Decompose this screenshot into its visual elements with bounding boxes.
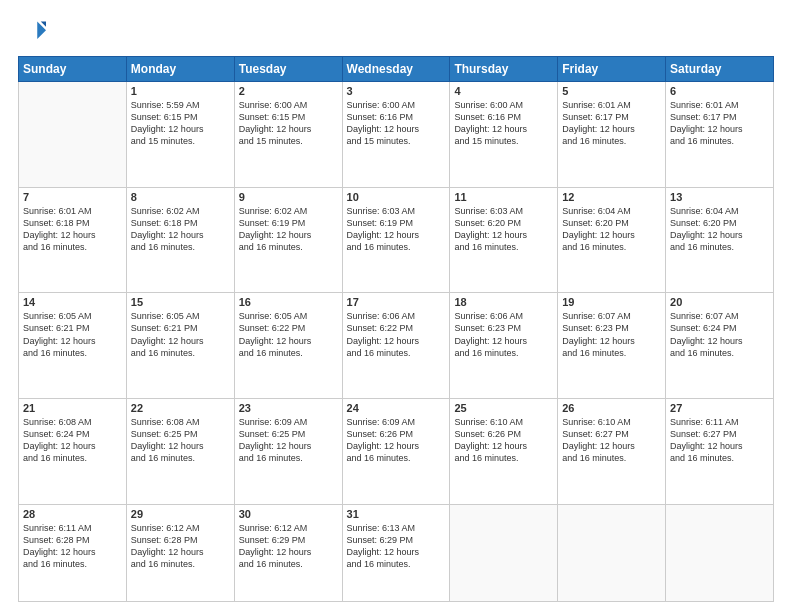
weekday-header-tuesday: Tuesday xyxy=(234,57,342,82)
calendar-cell: 8Sunrise: 6:02 AM Sunset: 6:18 PM Daylig… xyxy=(126,187,234,293)
header xyxy=(18,18,774,46)
calendar-cell: 27Sunrise: 6:11 AM Sunset: 6:27 PM Dayli… xyxy=(666,398,774,504)
day-info: Sunrise: 6:05 AM Sunset: 6:21 PM Dayligh… xyxy=(23,310,122,359)
calendar-cell: 26Sunrise: 6:10 AM Sunset: 6:27 PM Dayli… xyxy=(558,398,666,504)
calendar-cell: 7Sunrise: 6:01 AM Sunset: 6:18 PM Daylig… xyxy=(19,187,127,293)
calendar-cell: 1Sunrise: 5:59 AM Sunset: 6:15 PM Daylig… xyxy=(126,82,234,188)
weekday-header-saturday: Saturday xyxy=(666,57,774,82)
day-info: Sunrise: 6:01 AM Sunset: 6:18 PM Dayligh… xyxy=(23,205,122,254)
day-number: 12 xyxy=(562,191,661,203)
day-info: Sunrise: 6:03 AM Sunset: 6:19 PM Dayligh… xyxy=(347,205,446,254)
weekday-header-friday: Friday xyxy=(558,57,666,82)
calendar-cell: 5Sunrise: 6:01 AM Sunset: 6:17 PM Daylig… xyxy=(558,82,666,188)
day-number: 10 xyxy=(347,191,446,203)
day-number: 14 xyxy=(23,296,122,308)
day-number: 1 xyxy=(131,85,230,97)
day-info: Sunrise: 6:12 AM Sunset: 6:29 PM Dayligh… xyxy=(239,522,338,571)
day-number: 2 xyxy=(239,85,338,97)
day-info: Sunrise: 6:02 AM Sunset: 6:19 PM Dayligh… xyxy=(239,205,338,254)
calendar-table: SundayMondayTuesdayWednesdayThursdayFrid… xyxy=(18,56,774,602)
day-info: Sunrise: 6:11 AM Sunset: 6:27 PM Dayligh… xyxy=(670,416,769,465)
calendar-cell: 19Sunrise: 6:07 AM Sunset: 6:23 PM Dayli… xyxy=(558,293,666,399)
day-info: Sunrise: 6:08 AM Sunset: 6:24 PM Dayligh… xyxy=(23,416,122,465)
day-number: 16 xyxy=(239,296,338,308)
day-info: Sunrise: 6:00 AM Sunset: 6:16 PM Dayligh… xyxy=(454,99,553,148)
day-number: 17 xyxy=(347,296,446,308)
day-number: 6 xyxy=(670,85,769,97)
day-info: Sunrise: 6:00 AM Sunset: 6:16 PM Dayligh… xyxy=(347,99,446,148)
calendar-cell: 30Sunrise: 6:12 AM Sunset: 6:29 PM Dayli… xyxy=(234,504,342,602)
day-number: 4 xyxy=(454,85,553,97)
calendar-cell: 9Sunrise: 6:02 AM Sunset: 6:19 PM Daylig… xyxy=(234,187,342,293)
day-number: 25 xyxy=(454,402,553,414)
day-number: 3 xyxy=(347,85,446,97)
day-number: 11 xyxy=(454,191,553,203)
day-info: Sunrise: 6:06 AM Sunset: 6:23 PM Dayligh… xyxy=(454,310,553,359)
day-info: Sunrise: 6:13 AM Sunset: 6:29 PM Dayligh… xyxy=(347,522,446,571)
calendar-cell xyxy=(19,82,127,188)
calendar-cell: 17Sunrise: 6:06 AM Sunset: 6:22 PM Dayli… xyxy=(342,293,450,399)
day-number: 15 xyxy=(131,296,230,308)
day-number: 21 xyxy=(23,402,122,414)
calendar-cell: 13Sunrise: 6:04 AM Sunset: 6:20 PM Dayli… xyxy=(666,187,774,293)
day-number: 19 xyxy=(562,296,661,308)
weekday-header-thursday: Thursday xyxy=(450,57,558,82)
logo xyxy=(18,18,50,46)
calendar-week-3: 14Sunrise: 6:05 AM Sunset: 6:21 PM Dayli… xyxy=(19,293,774,399)
day-number: 9 xyxy=(239,191,338,203)
calendar-cell xyxy=(450,504,558,602)
day-info: Sunrise: 6:06 AM Sunset: 6:22 PM Dayligh… xyxy=(347,310,446,359)
day-number: 31 xyxy=(347,508,446,520)
day-number: 27 xyxy=(670,402,769,414)
calendar-cell: 3Sunrise: 6:00 AM Sunset: 6:16 PM Daylig… xyxy=(342,82,450,188)
calendar-cell xyxy=(666,504,774,602)
day-number: 24 xyxy=(347,402,446,414)
day-info: Sunrise: 5:59 AM Sunset: 6:15 PM Dayligh… xyxy=(131,99,230,148)
calendar-cell: 25Sunrise: 6:10 AM Sunset: 6:26 PM Dayli… xyxy=(450,398,558,504)
day-number: 30 xyxy=(239,508,338,520)
day-info: Sunrise: 6:05 AM Sunset: 6:21 PM Dayligh… xyxy=(131,310,230,359)
weekday-header-sunday: Sunday xyxy=(19,57,127,82)
calendar-cell xyxy=(558,504,666,602)
day-info: Sunrise: 6:04 AM Sunset: 6:20 PM Dayligh… xyxy=(562,205,661,254)
day-info: Sunrise: 6:04 AM Sunset: 6:20 PM Dayligh… xyxy=(670,205,769,254)
day-info: Sunrise: 6:02 AM Sunset: 6:18 PM Dayligh… xyxy=(131,205,230,254)
page: SundayMondayTuesdayWednesdayThursdayFrid… xyxy=(0,0,792,612)
calendar-header-row: SundayMondayTuesdayWednesdayThursdayFrid… xyxy=(19,57,774,82)
calendar-cell: 10Sunrise: 6:03 AM Sunset: 6:19 PM Dayli… xyxy=(342,187,450,293)
weekday-header-wednesday: Wednesday xyxy=(342,57,450,82)
day-number: 22 xyxy=(131,402,230,414)
calendar-cell: 29Sunrise: 6:12 AM Sunset: 6:28 PM Dayli… xyxy=(126,504,234,602)
weekday-header-monday: Monday xyxy=(126,57,234,82)
calendar-week-4: 21Sunrise: 6:08 AM Sunset: 6:24 PM Dayli… xyxy=(19,398,774,504)
day-info: Sunrise: 6:10 AM Sunset: 6:26 PM Dayligh… xyxy=(454,416,553,465)
calendar-cell: 23Sunrise: 6:09 AM Sunset: 6:25 PM Dayli… xyxy=(234,398,342,504)
calendar-cell: 4Sunrise: 6:00 AM Sunset: 6:16 PM Daylig… xyxy=(450,82,558,188)
day-info: Sunrise: 6:08 AM Sunset: 6:25 PM Dayligh… xyxy=(131,416,230,465)
day-info: Sunrise: 6:07 AM Sunset: 6:23 PM Dayligh… xyxy=(562,310,661,359)
calendar-cell: 14Sunrise: 6:05 AM Sunset: 6:21 PM Dayli… xyxy=(19,293,127,399)
logo-icon xyxy=(18,18,46,46)
calendar-cell: 22Sunrise: 6:08 AM Sunset: 6:25 PM Dayli… xyxy=(126,398,234,504)
calendar-cell: 12Sunrise: 6:04 AM Sunset: 6:20 PM Dayli… xyxy=(558,187,666,293)
day-info: Sunrise: 6:07 AM Sunset: 6:24 PM Dayligh… xyxy=(670,310,769,359)
calendar-cell: 31Sunrise: 6:13 AM Sunset: 6:29 PM Dayli… xyxy=(342,504,450,602)
day-number: 26 xyxy=(562,402,661,414)
calendar-cell: 15Sunrise: 6:05 AM Sunset: 6:21 PM Dayli… xyxy=(126,293,234,399)
calendar-week-2: 7Sunrise: 6:01 AM Sunset: 6:18 PM Daylig… xyxy=(19,187,774,293)
calendar-cell: 6Sunrise: 6:01 AM Sunset: 6:17 PM Daylig… xyxy=(666,82,774,188)
day-number: 23 xyxy=(239,402,338,414)
day-info: Sunrise: 6:10 AM Sunset: 6:27 PM Dayligh… xyxy=(562,416,661,465)
calendar-cell: 16Sunrise: 6:05 AM Sunset: 6:22 PM Dayli… xyxy=(234,293,342,399)
day-info: Sunrise: 6:01 AM Sunset: 6:17 PM Dayligh… xyxy=(562,99,661,148)
day-number: 5 xyxy=(562,85,661,97)
day-info: Sunrise: 6:00 AM Sunset: 6:15 PM Dayligh… xyxy=(239,99,338,148)
day-info: Sunrise: 6:05 AM Sunset: 6:22 PM Dayligh… xyxy=(239,310,338,359)
day-number: 7 xyxy=(23,191,122,203)
day-info: Sunrise: 6:09 AM Sunset: 6:25 PM Dayligh… xyxy=(239,416,338,465)
day-info: Sunrise: 6:01 AM Sunset: 6:17 PM Dayligh… xyxy=(670,99,769,148)
calendar-week-1: 1Sunrise: 5:59 AM Sunset: 6:15 PM Daylig… xyxy=(19,82,774,188)
calendar-week-5: 28Sunrise: 6:11 AM Sunset: 6:28 PM Dayli… xyxy=(19,504,774,602)
day-number: 13 xyxy=(670,191,769,203)
day-info: Sunrise: 6:09 AM Sunset: 6:26 PM Dayligh… xyxy=(347,416,446,465)
